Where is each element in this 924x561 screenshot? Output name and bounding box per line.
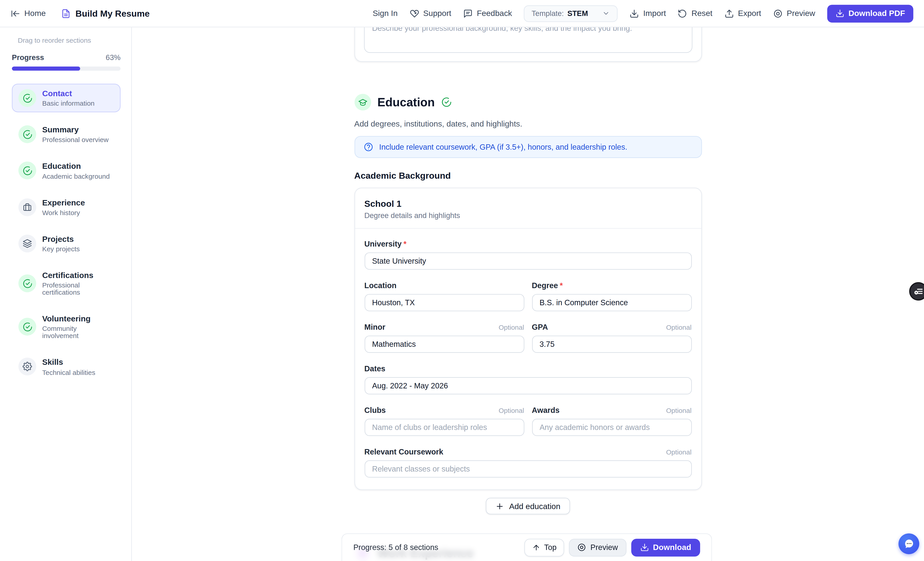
message-square-icon — [463, 9, 472, 18]
bottom-action-bar: Progress: 5 of 8 sections Top Preview Do… — [342, 533, 712, 561]
download-icon — [640, 543, 649, 552]
sections-sidebar: Drag to reorder sections Progress 63% Co… — [0, 27, 132, 561]
optional-badge: Optional — [666, 448, 692, 456]
briefcase-icon — [18, 198, 36, 216]
education-section-title: Education — [377, 95, 435, 109]
import-download-icon — [630, 9, 639, 18]
export-button[interactable]: Export — [724, 9, 761, 18]
back-home-button[interactable]: Home — [11, 9, 46, 18]
university-label: University* — [364, 239, 406, 248]
sidebar-item-projects[interactable]: Projects Key projects — [12, 229, 121, 258]
awards-input[interactable] — [532, 419, 692, 436]
footer-preview-button[interactable]: Preview — [569, 538, 626, 556]
progress-bar — [12, 66, 121, 70]
list-play-icon — [913, 286, 923, 297]
template-select[interactable]: Template: STEM — [524, 5, 618, 22]
optional-badge: Optional — [499, 324, 524, 331]
university-input[interactable] — [364, 252, 692, 270]
arrow-up-icon — [532, 543, 541, 552]
template-value: STEM — [567, 9, 588, 18]
layers-icon — [18, 234, 36, 252]
school-card-title: School 1 — [364, 198, 692, 208]
school-card-subtitle: Degree details and highlights — [364, 212, 692, 220]
gpa-input[interactable] — [532, 336, 692, 353]
download-icon — [836, 9, 844, 18]
optional-badge: Optional — [666, 324, 692, 331]
progress-label: Progress — [12, 54, 44, 62]
export-upload-icon — [724, 9, 734, 18]
heart-plus-icon — [410, 9, 419, 18]
add-education-button[interactable]: Add education — [486, 498, 570, 514]
clubs-input[interactable] — [364, 419, 524, 436]
main-content: Education Add degrees, institutions, dat… — [132, 27, 924, 561]
check-circle-icon — [18, 125, 36, 143]
degree-label: Degree* — [532, 281, 563, 290]
optional-badge: Optional — [499, 407, 524, 414]
preview-eye-icon — [773, 9, 782, 18]
template-label: Template: — [532, 9, 564, 18]
school-card: School 1 Degree details and highlights U… — [354, 188, 702, 490]
file-text-icon — [61, 9, 70, 18]
minor-label: Minor — [364, 322, 386, 332]
check-circle-icon — [18, 274, 36, 292]
graduation-cap-icon — [354, 94, 371, 111]
sidebar-item-certifications[interactable]: Certifications Professional certificatio… — [12, 266, 121, 301]
chevron-down-icon — [602, 9, 610, 17]
education-tip: Include relevant coursework, GPA (if 3.5… — [354, 136, 702, 158]
app-title: Build My Resume — [61, 8, 150, 18]
sidebar-item-skills[interactable]: Skills Technical abilities — [12, 352, 121, 381]
degree-input[interactable] — [532, 294, 692, 311]
coursework-label: Relevant Coursework — [364, 447, 443, 456]
preview-button[interactable]: Preview — [773, 9, 815, 18]
sidebar-item-volunteering[interactable]: Volunteering Community involvement — [12, 309, 121, 345]
import-button[interactable]: Import — [630, 9, 666, 18]
scroll-to-top-button[interactable]: Top — [525, 538, 564, 556]
preview-eye-icon — [577, 543, 586, 552]
progress-bar-fill — [12, 66, 81, 70]
awards-label: Awards — [532, 406, 560, 415]
sidebar-item-contact[interactable]: Contact Basic information — [12, 84, 121, 112]
coursework-input[interactable] — [364, 460, 692, 478]
arrow-left-to-line-icon — [11, 9, 20, 18]
help-circle-icon — [363, 142, 373, 152]
optional-badge: Optional — [666, 407, 692, 414]
gear-icon — [18, 358, 36, 376]
education-tip-text: Include relevant coursework, GPA (if 3.5… — [379, 142, 627, 152]
resume-builder-app: Home Build My Resume Sign In Support — [0, 0, 924, 561]
location-label: Location — [364, 281, 396, 290]
check-circle-icon — [18, 318, 36, 336]
check-circle-icon — [18, 162, 36, 180]
feedback-button[interactable]: Feedback — [463, 9, 512, 18]
clubs-label: Clubs — [364, 406, 386, 415]
minor-input[interactable] — [364, 336, 524, 353]
dates-input[interactable] — [364, 377, 692, 394]
reset-button[interactable]: Reset — [678, 9, 712, 18]
rotate-ccw-icon — [678, 9, 687, 18]
top-header: Home Build My Resume Sign In Support — [0, 0, 924, 27]
sidebar-item-experience[interactable]: Experience Work history — [12, 193, 121, 221]
location-input[interactable] — [364, 294, 524, 311]
sidebar-item-education[interactable]: Education Academic background — [12, 156, 121, 185]
home-label: Home — [24, 9, 46, 18]
progress-percent: 63% — [106, 54, 120, 62]
chat-bubble-icon — [903, 538, 915, 549]
plus-icon — [495, 502, 504, 511]
footer-download-button[interactable]: Download — [631, 538, 700, 556]
download-pdf-button[interactable]: Download PDF — [827, 4, 914, 22]
drag-hint: Drag to reorder sections — [18, 37, 120, 44]
footer-progress-text: Progress: 5 of 8 sections — [353, 543, 438, 552]
academic-background-heading: Academic Background — [354, 170, 702, 180]
sidebar-item-summary[interactable]: Summary Professional overview — [12, 120, 121, 148]
chat-launcher-button[interactable] — [898, 533, 919, 554]
section-complete-check-icon — [441, 97, 452, 108]
education-subtitle: Add degrees, institutions, dates, and hi… — [354, 119, 702, 128]
app-title-label: Build My Resume — [75, 8, 150, 18]
dates-label: Dates — [364, 364, 386, 373]
support-button[interactable]: Support — [410, 9, 451, 18]
gpa-label: GPA — [532, 322, 548, 332]
check-circle-icon — [18, 89, 36, 107]
sign-in-button[interactable]: Sign In — [373, 9, 398, 18]
